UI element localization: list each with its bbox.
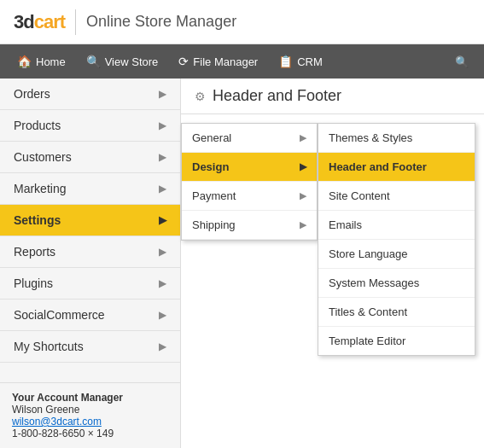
account-section: Your Account Manager Wilson Greene wilso…	[0, 382, 180, 448]
sidebar-item-customers[interactable]: Customers ▶	[0, 142, 180, 173]
sidebar-item-marketing[interactable]: Marketing ▶	[0, 173, 180, 205]
main-layout: Orders ▶ Products ▶ Customers ▶ Marketin…	[0, 79, 484, 448]
arrow-icon: ▶	[300, 132, 306, 143]
menu-l2-template-editor[interactable]: Template Editor	[318, 327, 475, 355]
arrow-icon: ▶	[159, 119, 166, 131]
gear-icon: ⚙	[195, 90, 206, 103]
home-icon: 🏠	[17, 55, 32, 68]
sidebar-item-settings[interactable]: Settings ▶	[0, 205, 180, 236]
sidebar-item-reports[interactable]: Reports ▶	[0, 236, 180, 268]
menu-l2-themes-styles[interactable]: Themes & Styles	[318, 124, 475, 153]
sidebar: Orders ▶ Products ▶ Customers ▶ Marketin…	[0, 79, 181, 448]
account-name: Wilson Greene	[12, 404, 168, 416]
page-title: Header and Footer	[213, 87, 341, 105]
nav-search-button[interactable]: 🔍	[446, 55, 477, 68]
arrow-icon: ▶	[159, 214, 166, 226]
nav-crm[interactable]: 📋 CRM	[268, 44, 333, 79]
nav-file-manager[interactable]: ⟳ File Manager	[168, 44, 268, 79]
arrow-icon: ▶	[159, 88, 166, 100]
menu-l2-site-content[interactable]: Site Content	[318, 182, 475, 211]
arrow-icon: ▶	[159, 151, 166, 163]
menu-l2-emails[interactable]: Emails	[318, 211, 475, 240]
view-store-icon: 🔍	[86, 55, 101, 68]
store-manager-label: Online Store Manager	[86, 13, 236, 31]
sidebar-item-social-commerce[interactable]: SocialCommerce ▶	[0, 300, 180, 331]
dropdown-overlay: General ▶ Design ▶ Payment ▶ Shipping ▶	[181, 79, 484, 448]
menu-l1-general[interactable]: General ▶	[182, 124, 317, 153]
arrow-icon: ▶	[159, 340, 166, 352]
nav-view-store[interactable]: 🔍 View Store	[76, 44, 169, 79]
menu-level1: General ▶ Design ▶ Payment ▶ Shipping ▶	[181, 123, 318, 241]
logo: 3dcart	[14, 11, 65, 33]
menu-l1-design[interactable]: Design ▶	[182, 153, 317, 182]
account-email[interactable]: wilson@3dcart.com	[12, 416, 168, 428]
page-header: ⚙ Header and Footer	[181, 79, 484, 114]
account-phone: 1-800-828-6650 × 149	[12, 428, 168, 439]
arrow-icon: ▶	[159, 246, 166, 258]
header-divider	[75, 9, 76, 35]
crm-icon: 📋	[278, 55, 293, 68]
menu-l1-shipping[interactable]: Shipping ▶	[182, 211, 317, 240]
menu-l2-titles-content[interactable]: Titles & Content	[318, 298, 475, 327]
sidebar-item-products[interactable]: Products ▶	[0, 110, 180, 142]
arrow-icon: ▶	[300, 190, 306, 201]
menu-l2-system-messages[interactable]: System Messages	[318, 269, 475, 298]
menu-l2-store-language[interactable]: Store Language	[318, 240, 475, 269]
sidebar-item-orders[interactable]: Orders ▶	[0, 79, 180, 110]
nav-bar: 🏠 Home 🔍 View Store ⟳ File Manager 📋 CRM…	[0, 44, 484, 79]
arrow-icon: ▶	[159, 277, 166, 289]
menu-l1-payment[interactable]: Payment ▶	[182, 182, 317, 211]
arrow-icon: ▶	[159, 309, 166, 321]
arrow-icon: ▶	[300, 219, 306, 230]
content-area: ⚙ Header and Footer Store Name & Logo St…	[181, 79, 484, 448]
sidebar-item-plugins[interactable]: Plugins ▶	[0, 268, 180, 300]
arrow-icon: ▶	[300, 161, 306, 172]
menu-l2-header-footer[interactable]: Header and Footer	[318, 153, 475, 182]
top-header: 3dcart Online Store Manager	[0, 0, 484, 44]
account-manager-label: Your Account Manager	[12, 392, 168, 404]
menu-level2: Themes & Styles Header and Footer Site C…	[318, 123, 475, 356]
arrow-icon: ▶	[159, 183, 166, 195]
file-manager-icon: ⟳	[178, 55, 189, 68]
sidebar-item-my-shortcuts[interactable]: My Shortcuts ▶	[0, 331, 180, 363]
nav-home[interactable]: 🏠 Home	[7, 44, 76, 79]
